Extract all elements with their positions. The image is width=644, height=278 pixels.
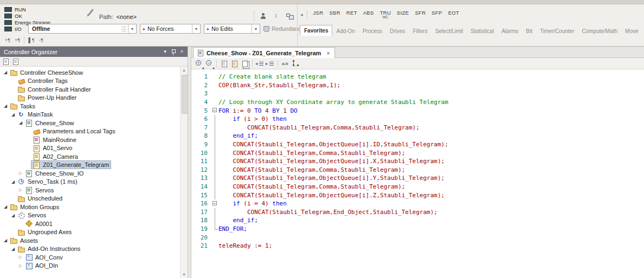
duplicate-icon[interactable]	[240, 59, 250, 68]
palette-tab-add-on[interactable]: Add-On	[332, 26, 358, 36]
network-path-icon[interactable]	[284, 11, 295, 22]
close-icon[interactable]: ×	[326, 50, 330, 56]
code-line[interactable]: 4// Loop through XY Coordinate array to …	[191, 98, 644, 107]
tree-item-assets[interactable]: ◢Assets	[0, 236, 180, 245]
palette-tab-select-limit[interactable]: Select/Limit	[432, 26, 467, 36]
zoom-out-icon[interactable]	[204, 59, 214, 68]
palette-tab-favorites[interactable]: Favorites	[300, 25, 332, 36]
expander-closed-icon[interactable]: ▷	[17, 255, 24, 260]
structured-text-editor[interactable]: 1// Create blank slate telegram2COP(Blan…	[191, 69, 644, 278]
fold-box-icon[interactable]	[212, 106, 218, 115]
code-text[interactable]: teleReady := 1;	[218, 242, 272, 249]
code-line[interactable]: 5FOR i:= 0 TO 4 BY 1 DO	[191, 106, 644, 115]
filter-icon[interactable]	[11, 58, 20, 66]
close-icon[interactable]: ×	[181, 49, 183, 54]
palette-tab-filters[interactable]: Filters	[409, 26, 431, 36]
tree-item-parameters-and-local-tags[interactable]: Parameters and Local Tags	[0, 127, 180, 136]
palette-tab-statistical[interactable]: Statistical	[467, 26, 498, 36]
code-text[interactable]: // Create blank slate telegram	[218, 73, 326, 80]
expander-open-icon[interactable]: ◢	[10, 179, 16, 184]
no-edits-dropdown[interactable]: ▸ No Edits ▾	[204, 24, 260, 34]
code-text[interactable]: // Loop through XY Coordinate array to g…	[218, 99, 448, 106]
chevron-down-icon[interactable]: ▾	[164, 49, 166, 54]
code-text[interactable]: END_FOR;	[218, 225, 247, 232]
ab-icon[interactable]	[281, 59, 291, 68]
expander-open-icon[interactable]: ◢	[10, 247, 16, 251]
code-line[interactable]: 10 CONCAT(Staubli_Telegram,Comma,Staubli…	[191, 148, 644, 157]
code-text[interactable]: FOR i:= 0 TO 4 BY 1 DO	[218, 107, 298, 114]
code-text[interactable]: CONCAT(Staubli_Telegram,Comma,Staubli_Te…	[218, 183, 405, 190]
code-line[interactable]: 17 CONCAT(Staubli_Telegram,End_Object,St…	[191, 208, 644, 217]
code-line[interactable]: 20	[191, 233, 644, 242]
code-line[interactable]: 9 CONCAT(Staubli_Telegram,ObjectQueue[i]…	[191, 140, 644, 149]
palette-tab-move[interactable]: Move	[621, 26, 642, 36]
instruction-jsr[interactable]: JSR	[313, 10, 324, 16]
tree-item-controller-fault-handler[interactable]: Controller Fault Handler	[0, 85, 180, 94]
branch-icon[interactable]	[291, 59, 301, 68]
fold-box-icon[interactable]	[212, 199, 218, 208]
code-line[interactable]: 12 CONCAT(Staubli_Telegram,Comma,Staubli…	[191, 166, 644, 174]
code-text[interactable]: CONCAT(Staubli_Telegram,ObjectQueue[i].Y…	[218, 174, 445, 182]
palette-tab-timer-counter[interactable]: Timer/Counter	[536, 26, 578, 36]
expander-closed-icon[interactable]: ▷	[17, 263, 24, 268]
tree-item-mainroutine[interactable]: MainRoutine	[0, 135, 180, 144]
panel-splitter[interactable]	[188, 47, 191, 278]
tree-item-unscheduled[interactable]: Unscheduled	[0, 195, 180, 203]
palette-tab-compute-math[interactable]: Compute/Math	[578, 26, 621, 36]
instruction-sfp[interactable]: SFP	[432, 10, 442, 16]
pin-icon[interactable]	[171, 49, 176, 55]
expander-closed-icon[interactable]: ▷	[17, 171, 24, 176]
tree-item-maintask[interactable]: ◢MainTask	[0, 111, 180, 119]
tree-item-cheese-show-io[interactable]: ▷Cheese_Show_IO	[0, 169, 180, 178]
code-text[interactable]: COP(Blank_Str,Staubli_Telegram,1);	[218, 82, 340, 89]
code-text[interactable]: end_if;	[218, 217, 258, 224]
zoom-in-icon[interactable]	[194, 59, 204, 68]
code-text[interactable]: CONCAT(Staubli_Telegram,ObjectQueue[i].Z…	[218, 192, 445, 199]
code-line[interactable]: 19END_FOR;	[191, 225, 644, 234]
bookmark-icon-2[interactable]: +¶	[13, 36, 22, 44]
expander-open-icon[interactable]: ◢	[10, 112, 16, 117]
code-line[interactable]: 15 CONCAT(Staubli_Telegram,ObjectQueue[i…	[191, 191, 644, 199]
code-line[interactable]: 13 CONCAT(Staubli_Telegram,ObjectQueue[i…	[191, 174, 644, 183]
code-line[interactable]: 1// Create blank slate telegram	[191, 73, 644, 81]
no-forces-dropdown[interactable]: ▸ No Forces ▾	[140, 24, 201, 34]
outdent-icon[interactable]	[255, 59, 265, 68]
code-line[interactable]: 16 if (i = 4) then	[191, 199, 644, 208]
who-active-icon[interactable]	[258, 11, 269, 22]
tree-item-add-on-instructions[interactable]: ◢Add-On Instructions	[0, 245, 180, 254]
palette-tab-process[interactable]: Process	[359, 26, 386, 36]
copy-icon[interactable]	[220, 59, 229, 68]
tree-item-servos[interactable]: ▷Servos	[0, 186, 180, 195]
editor-tab[interactable]: Cheese_Show - Z01_Generate_Telegram ×	[193, 47, 335, 58]
palette-tab-drives[interactable]: Drives	[386, 26, 409, 36]
scroll-thumb[interactable]	[182, 75, 188, 114]
tree-item-tasks[interactable]: ◢Tasks	[0, 102, 180, 111]
code-line[interactable]: 8 end_if;	[191, 132, 644, 140]
code-text[interactable]: CONCAT(Staubli_Telegram,Comma,Staubli_Te…	[218, 150, 405, 157]
code-text[interactable]: if (i > 0) then	[218, 115, 287, 122]
instruction-ret[interactable]: RET	[346, 10, 357, 16]
tree-item-aoi-din[interactable]: ▷AOI_DIn	[0, 262, 180, 270]
code-text[interactable]: CONCAT(Staubli_Telegram,Comma,Staubli_Te…	[218, 124, 420, 131]
palette-tab-alarms[interactable]: Alarms	[498, 26, 522, 36]
code-text[interactable]: end_if;	[218, 132, 258, 139]
tree-item-a02-camera[interactable]: A02_Camera	[0, 152, 180, 161]
scroll-down-icon[interactable]: ▼	[181, 273, 188, 276]
offline-dropdown[interactable]: Offline ▾	[28, 24, 137, 34]
expander-open-icon[interactable]: ◢	[2, 204, 9, 209]
tree-scrollbar[interactable]: ▲ ▼	[180, 67, 188, 278]
chevron-down-icon[interactable]: ▾	[192, 24, 200, 33]
code-line[interactable]: 3	[191, 89, 644, 98]
code-text[interactable]: CONCAT(Staubli_Telegram,ObjectQueue[i].I…	[218, 141, 448, 148]
expander-open-icon[interactable]: ◢	[10, 213, 16, 218]
chevron-down-icon[interactable]: ▾	[252, 24, 260, 33]
tree-item-z01-generate-telegram[interactable]: Z01_Generate_Telegram	[0, 161, 180, 170]
code-text[interactable]: CONCAT(Staubli_Telegram,End_Object,Staub…	[218, 209, 437, 216]
tree-item-controller-tags[interactable]: Controller Tags	[0, 77, 180, 86]
collapse-all-icon[interactable]	[2, 58, 10, 66]
bookmark-icon-4[interactable]: -¶	[37, 36, 46, 44]
tree-item-power-up-handler[interactable]: Power-Up Handler	[0, 94, 180, 102]
bookmark-icon-3[interactable]: ▌¶	[27, 36, 36, 44]
tree-item-servos[interactable]: ◢Servos	[0, 211, 180, 220]
tree-item-motion-groups[interactable]: ◢Motion Groups	[0, 203, 180, 211]
